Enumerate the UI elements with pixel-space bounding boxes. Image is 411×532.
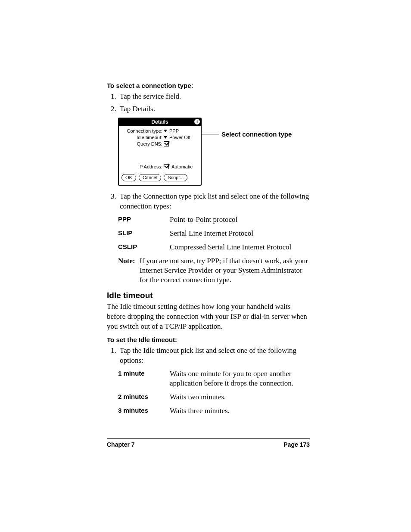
- checkbox-checked-icon: [164, 164, 169, 169]
- checkbox-checked-icon: [164, 141, 169, 146]
- connection-types-table: PPP Point-to-Point protocol SLIP Serial …: [118, 215, 309, 252]
- section-body: The Idle timeout setting defines how lon…: [107, 302, 309, 332]
- value-ip-address[interactable]: Automatic: [164, 164, 193, 169]
- steps-list-1b: Tap the Connection type pick list and se…: [107, 192, 309, 212]
- callout-line: [202, 134, 219, 134]
- info-icon[interactable]: i: [194, 119, 200, 124]
- dialog-buttons: OK Cancel Script...: [119, 174, 201, 185]
- dialog-title: Details: [151, 119, 168, 125]
- callout-text: Select connection type: [221, 131, 292, 138]
- step-item: Tap the Idle timeout pick list and selec…: [118, 346, 309, 366]
- step-item: Tap the Connection type pick list and se…: [118, 192, 309, 212]
- chevron-down-icon: [164, 130, 167, 132]
- procedure-heading: To select a connection type:: [107, 82, 309, 89]
- note-label: Note:: [118, 256, 140, 285]
- def-desc: Waits two minutes.: [170, 392, 309, 402]
- figure: Details i Connection type: PPP Idle time…: [118, 118, 309, 186]
- note: Note: If you are not sure, try PPP; if t…: [118, 256, 309, 285]
- step-item: Tap Details.: [118, 104, 309, 114]
- step-item: Tap the service field.: [118, 92, 309, 102]
- row-ip-address: IP Address: Automatic: [121, 164, 198, 169]
- ip-address-value: Automatic: [171, 164, 193, 169]
- def-row: 1 minute Waits one minute for you to ope…: [118, 369, 309, 388]
- def-term: 2 minutes: [118, 392, 170, 402]
- procedure-heading: To set the Idle timeout:: [107, 336, 309, 343]
- label-ip-address: IP Address:: [121, 164, 164, 169]
- chevron-down-icon: [164, 136, 167, 139]
- footer-page: Page 173: [283, 441, 310, 448]
- def-term: PPP: [118, 215, 170, 224]
- footer-chapter: Chapter 7: [107, 441, 135, 448]
- connection-type-value: PPP: [169, 128, 179, 134]
- details-dialog: Details i Connection type: PPP Idle time…: [118, 118, 202, 186]
- value-query-dns[interactable]: [164, 141, 170, 146]
- dialog-titlebar: Details i: [119, 118, 201, 126]
- row-connection-type: Connection type: PPP: [121, 128, 198, 134]
- def-term: 3 minutes: [118, 406, 170, 416]
- def-term: SLIP: [118, 229, 170, 238]
- def-desc: Waits one minute for you to open another…: [170, 369, 309, 388]
- def-row: CSLIP Compressed Serial Line Internet Pr…: [118, 243, 309, 252]
- steps-list-1: Tap the service field. Tap Details.: [107, 92, 309, 114]
- def-row: SLIP Serial Line Internet Protocol: [118, 229, 309, 238]
- def-desc: Point-to-Point protocol: [170, 215, 309, 224]
- def-row: 3 minutes Waits three minutes.: [118, 406, 309, 416]
- def-desc: Serial Line Internet Protocol: [170, 229, 309, 238]
- def-row: 2 minutes Waits two minutes.: [118, 392, 309, 402]
- script-button[interactable]: Script...: [164, 174, 187, 181]
- def-row: PPP Point-to-Point protocol: [118, 215, 309, 224]
- def-desc: Compressed Serial Line Internet Protocol: [170, 243, 309, 252]
- dialog-body: Connection type: PPP Idle timeout: Power…: [119, 126, 201, 174]
- row-idle-timeout: Idle timeout: Power Off: [121, 135, 198, 140]
- value-connection-type[interactable]: PPP: [164, 128, 179, 134]
- def-term: 1 minute: [118, 369, 170, 388]
- row-query-dns: Query DNS:: [121, 141, 198, 146]
- idle-timeout-value: Power Off: [169, 135, 190, 140]
- value-idle-timeout[interactable]: Power Off: [164, 135, 190, 140]
- note-text: If you are not sure, try PPP; if that do…: [140, 256, 309, 285]
- ok-button[interactable]: OK: [121, 174, 136, 181]
- label-connection-type: Connection type:: [121, 128, 164, 134]
- section-heading: Idle timeout: [107, 291, 309, 300]
- timeout-options-table: 1 minute Waits one minute for you to ope…: [118, 369, 309, 416]
- figure-callout: Select connection type: [202, 131, 292, 138]
- steps-list-2: Tap the Idle timeout pick list and selec…: [107, 346, 309, 366]
- def-desc: Waits three minutes.: [170, 406, 309, 416]
- cancel-button[interactable]: Cancel: [139, 174, 161, 181]
- label-query-dns: Query DNS:: [121, 141, 164, 146]
- page-footer: Chapter 7 Page 173: [107, 438, 310, 448]
- content-column: To select a connection type: Tap the ser…: [107, 82, 309, 416]
- def-term: CSLIP: [118, 243, 170, 252]
- page: To select a connection type: Tap the ser…: [0, 0, 411, 532]
- label-idle-timeout: Idle timeout:: [121, 135, 164, 140]
